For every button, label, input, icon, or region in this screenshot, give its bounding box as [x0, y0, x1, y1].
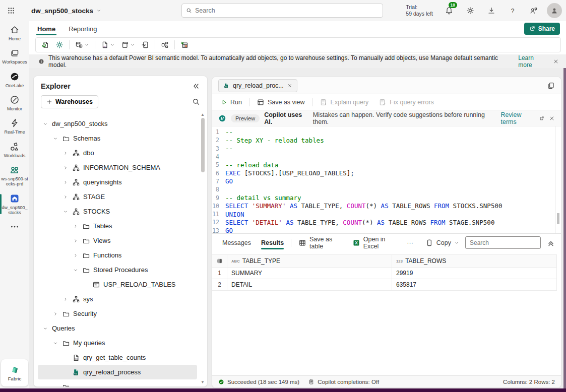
scrollbar-thumb[interactable] [201, 118, 205, 172]
open-in-excel-button[interactable]: X Open in Excel [348, 233, 401, 252]
run-button[interactable]: Run [217, 97, 246, 108]
save-as-table-button[interactable]: Save as table [294, 233, 346, 252]
chevron-right-icon[interactable] [52, 311, 59, 316]
grid-cell[interactable]: 635817 [392, 279, 557, 290]
scroll-down-arrow[interactable]: ▼ [201, 380, 205, 384]
db-view-button[interactable] [73, 39, 92, 51]
grid-cell[interactable]: 29919 [392, 268, 557, 279]
rail-item-workspaces[interactable]: Workspaces [0, 44, 29, 68]
results-search-input[interactable] [465, 236, 541, 249]
tree-item-my-queries[interactable]: My queries [38, 336, 197, 350]
tab-results[interactable]: Results [257, 236, 288, 249]
tab-home[interactable]: Home [36, 23, 56, 35]
chevron-right-icon[interactable] [62, 180, 69, 185]
chevron-right-icon[interactable] [72, 224, 79, 229]
editor-scrollbar-thumb[interactable] [557, 213, 559, 224]
sql-doc-button[interactable]: SQL [98, 39, 117, 51]
global-search[interactable] [181, 4, 383, 18]
grid-corner-cell[interactable] [212, 255, 227, 267]
tree-item-partial[interactable] [38, 379, 197, 386]
scroll-button[interactable] [118, 39, 138, 51]
rail-item-onelake[interactable]: OneLake [0, 68, 29, 91]
fix-query-errors-button[interactable]: Fix query errors [374, 96, 438, 108]
explain-query-button[interactable]: Explain query [316, 96, 373, 108]
notifications-button[interactable]: 10 [441, 3, 457, 19]
gear-teal-button[interactable] [53, 39, 66, 51]
tree-scrollbar[interactable]: ▲ ▼ [199, 112, 206, 384]
chevron-right-icon[interactable] [62, 165, 69, 170]
tree-item-queries[interactable]: Queries [38, 321, 197, 336]
tree-item-tables[interactable]: Tables [38, 219, 197, 233]
chevron-down-icon[interactable] [52, 341, 59, 346]
chevron-down-icon[interactable] [42, 121, 49, 126]
help-button[interactable]: ? [505, 3, 521, 19]
rail-item-ws-snp500-stocks-prd[interactable]: ws-snp500-stocks-prd [0, 161, 29, 190]
chevron-right-icon[interactable] [62, 151, 69, 156]
tree-item-security[interactable]: Security [38, 306, 197, 321]
more-actions-button[interactable]: ··· [403, 237, 417, 249]
import-table-button[interactable] [178, 39, 191, 51]
tree-item-qry-reload-process[interactable]: SQLqry_reload_process [38, 365, 197, 379]
sql-code-editor[interactable]: 1--2-- Step XY - reload tables3--45-- re… [212, 126, 561, 233]
doc-refresh-button[interactable] [39, 39, 52, 51]
column-header-table_type[interactable]: ABCTABLE_TYPE [227, 255, 392, 267]
model-button[interactable] [158, 39, 171, 51]
banner-close-icon[interactable] [553, 58, 559, 64]
add-warehouses-button[interactable]: Warehouses [41, 95, 98, 108]
rail-item-real-time[interactable]: Real-Time [0, 114, 29, 138]
tree-item-dbo[interactable]: dbo [38, 146, 197, 160]
query-tab[interactable]: SQL qry_reload_proc... [218, 79, 297, 92]
chevron-down-icon[interactable] [52, 136, 59, 141]
banner-learn-more-link[interactable]: Learn more [518, 54, 549, 69]
tree-item-sys[interactable]: sys [38, 292, 197, 306]
editor-scrollbar[interactable] [555, 126, 560, 233]
chevron-right-icon[interactable] [62, 297, 69, 302]
rail-item-monitor[interactable]: Monitor [0, 91, 29, 114]
chevron-right-icon[interactable] [72, 253, 79, 258]
tree-item-usp-reload-tables[interactable]: USP_RELOAD_TABLES [38, 277, 197, 292]
tree-item-schemas[interactable]: Schemas [38, 131, 197, 146]
app-launcher-waffle-icon[interactable] [0, 7, 22, 15]
chevron-right-icon[interactable] [62, 194, 69, 200]
fabric-home-button[interactable]: Fabric [1, 359, 28, 386]
settings-button[interactable] [462, 3, 478, 19]
tree-item-views[interactable]: Views [38, 233, 197, 248]
share-button[interactable]: Share [524, 23, 560, 35]
chevron-down-icon[interactable] [62, 209, 69, 214]
grid-row[interactable]: 1SUMMARY29919 [212, 268, 557, 279]
workspace-title[interactable]: dw_snp500_stocks [31, 7, 101, 15]
tree-item-stocks[interactable]: STOCKS [38, 204, 197, 219]
rail-item-more[interactable] [0, 218, 29, 235]
tree-item-stage[interactable]: STAGE [38, 189, 197, 204]
collapse-results-icon[interactable] [547, 239, 555, 247]
scroll-up-arrow[interactable]: ▲ [201, 112, 205, 117]
copy-button[interactable]: Copy [421, 236, 463, 249]
tree-item-dw-snp500-stocks[interactable]: dw_snp500_stocks [38, 116, 197, 131]
grid-row[interactable]: 2DETAIL635817 [212, 279, 557, 291]
rail-item-dw-snp500-stocks[interactable]: dw_snp500_stocks [0, 190, 29, 219]
chevron-down-icon[interactable] [72, 268, 79, 273]
tree-item-information-schema[interactable]: INFORMATION_SCHEMA [38, 160, 197, 175]
rail-item-workloads[interactable]: Workloads [0, 138, 29, 161]
tab-reporting[interactable]: Reporting [68, 23, 98, 35]
column-header-table_rows[interactable]: 123TABLE_ROWS [392, 255, 557, 267]
grid-cell[interactable]: SUMMARY [227, 268, 392, 279]
explorer-search-icon[interactable] [192, 98, 200, 106]
chevron-down-icon[interactable] [42, 326, 49, 331]
account-avatar[interactable] [547, 3, 562, 18]
save-as-view-button[interactable]: Save as view [253, 96, 309, 108]
copy-query-icon[interactable] [547, 82, 555, 90]
feedback-button[interactable] [526, 3, 542, 19]
tree-item-queryinsights[interactable]: queryinsights [38, 175, 197, 189]
tab-messages[interactable]: Messages [218, 236, 255, 249]
collapse-panel-icon[interactable] [192, 82, 200, 90]
copilot-close-icon[interactable] [549, 115, 555, 121]
search-input[interactable] [195, 7, 379, 14]
doc-pulse-button[interactable] [139, 39, 152, 51]
close-tab-icon[interactable] [287, 83, 292, 88]
downloads-button[interactable] [483, 3, 499, 19]
tree-item-stored-procedures[interactable]: Stored Procedures [38, 263, 197, 277]
tree-item-qry-get-table-counts[interactable]: SQLqry_get_table_counts [38, 350, 197, 365]
review-terms-link[interactable]: Review terms [500, 111, 544, 125]
copilot-completions-status[interactable]: Copilot completions: Off [308, 379, 379, 385]
